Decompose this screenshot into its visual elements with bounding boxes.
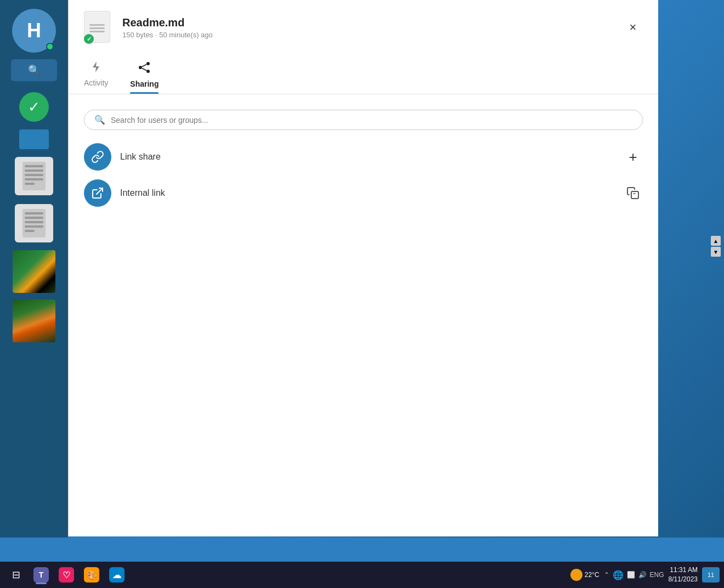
- svg-rect-7: [631, 191, 638, 199]
- online-status-dot: [46, 43, 54, 50]
- taskbar-app-nextcloud[interactable]: ☁: [105, 564, 128, 585]
- weather-sun-icon: [570, 569, 582, 581]
- file-line: [25, 217, 43, 219]
- tab-activity[interactable]: Activity: [84, 55, 108, 94]
- taskbar-app-teams[interactable]: T: [30, 564, 53, 585]
- dialog-body: 🔍 Link share +: [69, 94, 658, 231]
- systray: ⌃ 🌐 ⬜ 🔊 ENG: [604, 570, 664, 580]
- notification-count: 11: [708, 572, 714, 578]
- tab-sharing-label: Sharing: [130, 80, 159, 88]
- lightning-icon: [91, 61, 101, 75]
- link-share-icon: [84, 143, 111, 171]
- search-input[interactable]: [111, 116, 632, 125]
- close-button[interactable]: ×: [623, 18, 643, 37]
- add-link-share-button[interactable]: +: [623, 147, 643, 167]
- file-name: Readme.md: [122, 16, 613, 29]
- show-desktop-icon: ⊟: [12, 569, 20, 581]
- search-bar-icon: 🔍: [94, 115, 105, 125]
- sidebar: H 🔍 ✓: [0, 0, 68, 538]
- search-bar[interactable]: 🔍: [84, 110, 643, 130]
- network-up-icon: ⌃: [604, 571, 609, 579]
- share-item-internal: Internal link: [84, 179, 643, 207]
- dialog-header: ✓ Readme.md 150 bytes · 50 minute(s) ago…: [69, 0, 658, 55]
- tab-sharing[interactable]: Sharing: [130, 55, 159, 94]
- paint-icon: 🎨: [84, 567, 99, 583]
- svg-marker-0: [93, 61, 99, 72]
- svg-point-1: [146, 62, 150, 65]
- file-line: [25, 178, 43, 180]
- sidebar-check-item[interactable]: ✓: [19, 92, 49, 122]
- hearts-icon: ♡: [59, 567, 74, 583]
- file-line: [25, 183, 35, 185]
- bird-thumbnail-1: [13, 250, 55, 293]
- sidebar-image-1[interactable]: [13, 250, 55, 293]
- taskbar-app-hearts[interactable]: ♡: [55, 564, 78, 585]
- show-desktop-button[interactable]: ⊟: [4, 564, 27, 585]
- copy-internal-link-button[interactable]: [623, 183, 643, 203]
- file-line: [25, 230, 35, 232]
- file-icon-wrap: ✓: [84, 11, 112, 44]
- tabs-container: Activity Sharing: [69, 55, 658, 94]
- file-line: [25, 169, 43, 172]
- file-meta: 150 bytes · 50 minute(s) ago: [122, 31, 613, 39]
- bird-thumbnail-2: [13, 299, 55, 342]
- dialog-file-info: Readme.md 150 bytes · 50 minute(s) ago: [122, 16, 613, 39]
- check-icon: ✓: [28, 99, 40, 116]
- svg-line-4: [142, 65, 146, 67]
- file-line: [25, 225, 43, 228]
- sidebar-active-item[interactable]: [19, 129, 49, 149]
- share-icon: [138, 61, 150, 76]
- file-line: [25, 212, 43, 214]
- file-line: [25, 221, 43, 223]
- sidebar-search[interactable]: 🔍: [11, 59, 57, 81]
- lang-label[interactable]: ENG: [650, 571, 664, 579]
- clock-date: 8/11/2023: [669, 575, 698, 584]
- svg-line-5: [142, 69, 146, 71]
- clock-time: 11:31 AM: [669, 566, 698, 575]
- share-item-link: Link share +: [84, 143, 643, 171]
- sidebar-file-item-1[interactable]: [15, 157, 53, 195]
- sidebar-image-2[interactable]: [13, 299, 55, 342]
- avatar[interactable]: H: [12, 9, 56, 53]
- file-status-dot: ✓: [84, 34, 94, 44]
- taskbar-clock: 11:31 AM 8/11/2023: [669, 566, 698, 584]
- svg-line-6: [97, 188, 103, 194]
- display-icon: ⬜: [627, 571, 635, 579]
- file-icon-line: [89, 24, 105, 26]
- teams-icon: T: [33, 567, 49, 583]
- speaker-icon[interactable]: 🔊: [638, 571, 647, 579]
- scroll-down-button[interactable]: ▼: [711, 247, 721, 257]
- file-icon-line: [89, 31, 105, 32]
- scroll-up-button[interactable]: ▲: [711, 236, 721, 246]
- nextcloud-icon: ☁: [109, 567, 125, 583]
- taskbar: ⊟ T ♡ 🎨 ☁ 22°C ⌃ 🌐 ⬜ 🔊 ENG 11:31 AM 8/11…: [0, 562, 724, 588]
- file-line: [25, 165, 43, 167]
- tab-activity-label: Activity: [84, 78, 108, 87]
- link-share-label: Link share: [120, 152, 614, 162]
- sidebar-file-item-2[interactable]: [15, 204, 53, 242]
- taskbar-app-paint[interactable]: 🎨: [80, 564, 103, 585]
- weather-widget: 22°C: [570, 569, 599, 581]
- internal-link-icon: [84, 179, 111, 207]
- search-icon: 🔍: [28, 64, 40, 76]
- file-line: [25, 174, 43, 176]
- weather-temp: 22°C: [585, 571, 599, 579]
- svg-point-3: [146, 70, 150, 73]
- avatar-letter: H: [27, 19, 41, 42]
- notification-button[interactable]: 11: [702, 567, 720, 583]
- file-icon-line: [89, 27, 105, 29]
- svg-point-2: [139, 66, 142, 69]
- network-icon[interactable]: 🌐: [613, 570, 624, 580]
- internal-link-label: Internal link: [120, 188, 614, 198]
- sharing-dialog: ✓ Readme.md 150 bytes · 50 minute(s) ago…: [68, 0, 658, 536]
- taskbar-right: 22°C ⌃ 🌐 ⬜ 🔊 ENG 11:31 AM 8/11/2023 11: [570, 566, 720, 584]
